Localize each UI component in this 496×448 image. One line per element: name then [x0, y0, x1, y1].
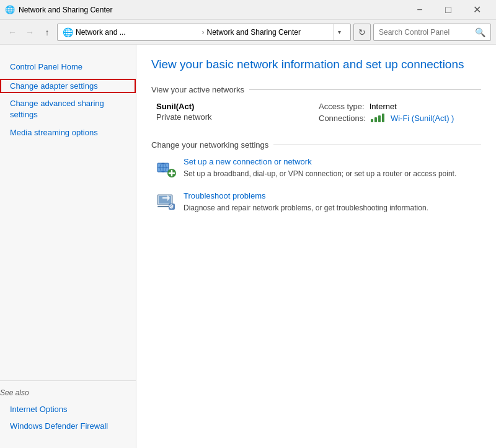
settings-item-troubleshoot: ⚙ Troubleshoot problems Diagnose and rep…: [156, 191, 481, 213]
sidebar-inner: Control Panel Home Change adapter settin…: [0, 55, 136, 438]
network-type: Private network: [156, 112, 319, 122]
sidebar-item-media-streaming[interactable]: Media streaming options: [0, 125, 136, 140]
wifi-bar-2: [374, 117, 377, 122]
network-left: Sunil(Act) Private network: [156, 102, 319, 125]
address-part2: Network and Sharing Center: [207, 28, 331, 37]
wifi-bar-4: [382, 114, 384, 122]
up-button[interactable]: ↑: [40, 25, 55, 40]
see-also-label: See also: [0, 388, 136, 397]
sidebar-item-advanced-sharing[interactable]: Change advanced sharing settings: [0, 96, 136, 123]
content-area: View your basic network information and …: [136, 45, 496, 448]
network-table: Sunil(Act) Private network Access type: …: [156, 102, 481, 125]
active-networks-header: View your active networks: [151, 85, 481, 94]
wifi-icon: [371, 114, 384, 122]
window-title: Network and Sharing Center: [19, 6, 112, 14]
troubleshoot-content: Troubleshoot problems Diagnose and repai…: [184, 191, 481, 213]
address-icon: 🌐: [63, 27, 73, 37]
sidebar-bottom: See also Internet Options Windows Defend…: [0, 380, 136, 438]
new-connection-icon: [156, 158, 176, 178]
address-bar: 🌐 Network and ... › Network and Sharing …: [57, 24, 351, 41]
troubleshoot-svg: ⚙: [156, 192, 176, 212]
page-title: View your basic network information and …: [151, 57, 481, 73]
maximize-button[interactable]: □: [434, 0, 463, 20]
svg-text:⚙: ⚙: [169, 204, 174, 210]
sidebar-item-windows-defender[interactable]: Windows Defender Firewall: [0, 419, 136, 433]
close-button[interactable]: ✕: [463, 0, 491, 20]
refresh-button[interactable]: ↻: [353, 24, 371, 41]
forward-button[interactable]: →: [22, 25, 37, 40]
connections-label: Connections:: [319, 114, 366, 123]
section-divider: [249, 89, 481, 90]
search-box: 🔍: [373, 24, 491, 41]
main-container: Control Panel Home Change adapter settin…: [0, 45, 496, 448]
wifi-bar-3: [378, 115, 381, 122]
sidebar: Control Panel Home Change adapter settin…: [0, 45, 136, 448]
networking-section-divider: [273, 145, 481, 145]
back-button[interactable]: ←: [5, 25, 20, 40]
troubleshoot-desc: Diagnose and repair network problems, or…: [184, 203, 481, 213]
title-bar-left: 🌐 Network and Sharing Center: [5, 5, 112, 15]
troubleshoot-link[interactable]: Troubleshoot problems: [184, 191, 265, 200]
settings-list: Set up a new connection or network Set u…: [156, 157, 481, 214]
settings-item-new-connection: Set up a new connection or network Set u…: [156, 157, 481, 179]
nav-bar: ← → ↑ 🌐 Network and ... › Network and Sh…: [0, 20, 496, 45]
search-button[interactable]: 🔍: [475, 27, 485, 37]
sidebar-item-control-panel-home[interactable]: Control Panel Home: [0, 60, 136, 74]
connections-row: Connections: Wi-Fi (Sunil(Act) ): [319, 114, 481, 123]
sidebar-item-change-adapter[interactable]: Change adapter settings: [0, 79, 136, 93]
search-input[interactable]: [379, 28, 472, 37]
access-type-row: Access type: Internet: [319, 102, 481, 111]
new-connection-link[interactable]: Set up a new connection or network: [184, 157, 312, 166]
address-dropdown-button[interactable]: ▾: [333, 24, 345, 40]
network-name: Sunil(Act): [156, 102, 319, 111]
minimize-button[interactable]: −: [405, 0, 434, 20]
sidebar-item-internet-options[interactable]: Internet Options: [0, 402, 136, 416]
window-controls: − □ ✕: [405, 0, 491, 20]
troubleshoot-icon: ⚙: [156, 192, 176, 212]
address-part1: Network and ...: [76, 28, 200, 37]
wifi-bar-1: [371, 119, 373, 122]
access-type-label: Access type:: [319, 102, 365, 111]
connections-link[interactable]: Wi-Fi (Sunil(Act) ): [391, 114, 454, 123]
active-networks-label: View your active networks: [151, 85, 244, 94]
networking-settings-label: Change your networking settings: [151, 140, 268, 150]
sidebar-top: Control Panel Home Change adapter settin…: [0, 55, 136, 145]
app-icon: 🌐: [5, 5, 15, 15]
new-connection-svg: [156, 158, 176, 178]
new-connection-content: Set up a new connection or network Set u…: [184, 157, 481, 179]
title-bar: 🌐 Network and Sharing Center − □ ✕: [0, 0, 496, 20]
network-right: Access type: Internet Connections: Wi-Fi…: [319, 102, 481, 125]
access-type-value: Internet: [370, 102, 397, 111]
address-separator: ›: [202, 28, 205, 37]
new-connection-desc: Set up a broadband, dial-up, or VPN conn…: [184, 169, 481, 179]
networking-settings-header: Change your networking settings: [151, 140, 481, 150]
